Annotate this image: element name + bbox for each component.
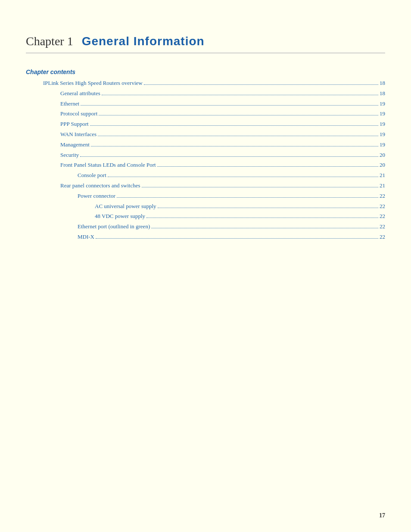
- toc-entry-text: Protocol support: [60, 109, 97, 118]
- toc-entries-container: IPLink Series High Speed Routers overvie…: [26, 79, 385, 242]
- toc-entry-text: Ethernet port (outlined in green): [78, 222, 150, 231]
- toc-entry-dots: [91, 146, 378, 146]
- toc-entry-page: 21: [380, 171, 385, 180]
- toc-entry[interactable]: PPP Support19: [26, 120, 385, 129]
- toc-entry-text: PPP Support: [60, 120, 89, 129]
- toc-entry[interactable]: IPLink Series High Speed Routers overvie…: [26, 79, 385, 88]
- toc-entry-text: Security: [60, 151, 79, 160]
- toc-entry-page: 19: [380, 140, 385, 149]
- toc-entry-dots: [144, 84, 378, 85]
- toc-entry-dots: [117, 197, 378, 198]
- toc-entry-page: 18: [380, 79, 385, 88]
- toc-entry-text: AC universal power supply: [95, 202, 156, 211]
- toc-entry-page: 22: [380, 233, 385, 242]
- toc-container: Chapter contents IPLink Series High Spee…: [26, 68, 385, 242]
- toc-entry-page: 19: [380, 100, 385, 109]
- page-container: Chapter 1 General Information Chapter co…: [0, 0, 411, 532]
- toc-entry-text: Management: [60, 140, 90, 149]
- toc-entry-text: Front Panel Status LEDs and Console Port: [60, 161, 156, 170]
- toc-entry[interactable]: Management19: [26, 140, 385, 149]
- toc-entry-text: Rear panel connectors and switches: [60, 181, 140, 190]
- toc-entry-text: Console port: [78, 171, 106, 180]
- toc-entry-dots: [98, 136, 378, 136]
- toc-entry-dots: [158, 208, 378, 208]
- toc-entry-page: 19: [380, 120, 385, 129]
- toc-entry-dots: [146, 218, 378, 218]
- toc-entry-dots: [102, 95, 378, 95]
- toc-entry-page: 18: [380, 89, 385, 98]
- toc-entry-dots: [80, 156, 378, 157]
- toc-entry-dots: [81, 105, 378, 106]
- toc-entry[interactable]: Console port21: [26, 171, 385, 180]
- toc-entry-text: IPLink Series High Speed Routers overvie…: [43, 79, 143, 88]
- toc-entry-dots: [157, 166, 378, 167]
- toc-entry-page: 19: [380, 109, 385, 118]
- toc-entry-text: General attributes: [60, 89, 100, 98]
- chapter-header: Chapter 1 General Information: [26, 34, 385, 53]
- toc-entry-page: 22: [380, 212, 385, 221]
- page-number-footer: 17: [379, 512, 385, 519]
- toc-entry-text: Power connector: [78, 192, 115, 201]
- toc-entry-page: 22: [380, 202, 385, 211]
- chapter-label: Chapter 1: [26, 34, 73, 48]
- toc-entry-text: 48 VDC power supply: [95, 212, 145, 221]
- toc-entry[interactable]: Security20: [26, 151, 385, 160]
- toc-entry-dots: [151, 228, 378, 228]
- toc-entry-text: MDI-X: [78, 233, 94, 242]
- chapter-contents-label: Chapter contents: [26, 68, 385, 75]
- toc-entry-page: 20: [380, 151, 385, 160]
- toc-entry[interactable]: 48 VDC power supply22: [26, 212, 385, 221]
- toc-entry-dots: [90, 125, 378, 126]
- toc-entry[interactable]: General attributes18: [26, 89, 385, 98]
- toc-entry[interactable]: AC universal power supply22: [26, 202, 385, 211]
- toc-entry[interactable]: Ethernet19: [26, 100, 385, 109]
- toc-entry[interactable]: Power connector22: [26, 192, 385, 201]
- toc-entry[interactable]: Ethernet port (outlined in green)22: [26, 222, 385, 231]
- toc-entry[interactable]: WAN Interfaces19: [26, 130, 385, 139]
- toc-entry-dots: [99, 115, 378, 115]
- toc-entry-page: 20: [380, 161, 385, 170]
- toc-entry[interactable]: Protocol support19: [26, 109, 385, 118]
- toc-entry-page: 19: [380, 130, 385, 139]
- toc-entry-text: Ethernet: [60, 100, 79, 109]
- toc-entry-page: 22: [380, 222, 385, 231]
- toc-entry-dots: [96, 238, 378, 239]
- toc-entry-dots: [142, 187, 378, 187]
- toc-entry-text: WAN Interfaces: [60, 130, 97, 139]
- toc-entry-page: 22: [380, 192, 385, 201]
- chapter-title: General Information: [82, 34, 205, 48]
- toc-entry[interactable]: Rear panel connectors and switches21: [26, 181, 385, 190]
- toc-entry-dots: [108, 177, 378, 177]
- toc-entry[interactable]: Front Panel Status LEDs and Console Port…: [26, 161, 385, 170]
- toc-entry-page: 21: [380, 181, 385, 190]
- toc-entry[interactable]: MDI-X22: [26, 233, 385, 242]
